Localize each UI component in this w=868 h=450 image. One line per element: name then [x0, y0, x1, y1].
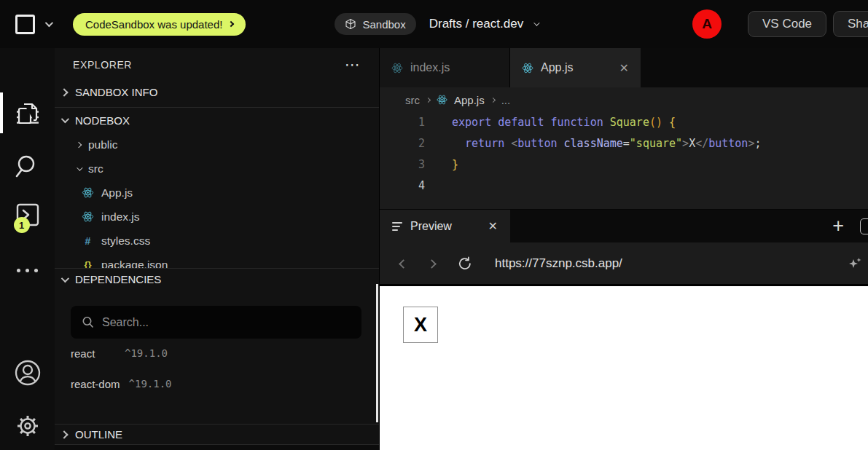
section-sandbox-info[interactable]: SANDBOX INFO	[55, 77, 379, 108]
tab-label: index.js	[410, 61, 450, 74]
explorer-view-button[interactable]	[0, 100, 55, 126]
share-button-label: Share	[848, 17, 868, 31]
chevron-down-icon	[77, 165, 82, 170]
css-file-icon: #	[82, 235, 94, 247]
code-text: export default function Square() {	[425, 112, 676, 133]
sidebar-bottom-strip	[55, 445, 379, 450]
code-text	[425, 175, 452, 197]
explorer-sidebar: EXPLORER ⋯ SANDBOX INFO NODEBOX public s…	[55, 48, 380, 450]
terminal-badge: 1	[14, 217, 30, 233]
tree-item-public[interactable]: public	[55, 133, 379, 157]
close-icon[interactable]: ✕	[488, 219, 498, 233]
dependency-search-input[interactable]	[102, 316, 351, 329]
tree-item-styles-css[interactable]: # styles.css	[55, 229, 379, 253]
line-number: 2	[380, 133, 425, 154]
tab-preview[interactable]: Preview ✕	[380, 210, 510, 242]
top-bar: CodeSandbox was updated! Sandbox Drafts …	[0, 0, 868, 48]
account-button[interactable]	[0, 359, 55, 387]
chevron-down-icon	[61, 115, 69, 123]
ellipsis-icon	[17, 269, 38, 272]
square-button-label: X	[414, 314, 427, 336]
file-label: index.js	[101, 210, 140, 224]
tree-item-index-js[interactable]: index.js	[55, 205, 379, 229]
sparkle-icon[interactable]	[847, 256, 863, 272]
tab-app-js[interactable]: App.js ✕	[510, 48, 641, 87]
dependency-search	[71, 306, 361, 339]
section-nodebox[interactable]: NODEBOX	[55, 108, 379, 133]
json-file-icon: {}	[82, 259, 94, 268]
chevron-right-icon	[228, 21, 234, 27]
tree-item-app-js[interactable]: App.js	[55, 181, 379, 205]
chevron-down-icon	[61, 274, 69, 282]
square-button[interactable]: X	[403, 307, 438, 343]
dependency-version: ^19.1.0	[125, 347, 168, 359]
preview-list-icon	[392, 222, 402, 231]
more-views-button[interactable]	[0, 269, 55, 272]
chevron-right-icon	[76, 141, 82, 147]
search-icon	[14, 153, 42, 181]
update-banner-label: CodeSandbox was updated!	[85, 18, 222, 31]
react-file-icon	[522, 63, 533, 74]
codesandbox-logo-icon[interactable]	[15, 15, 35, 34]
react-file-icon	[82, 187, 94, 198]
breadcrumb-folder: src	[405, 94, 420, 106]
tree-item-src[interactable]: src	[55, 157, 379, 181]
gear-icon	[14, 412, 42, 440]
sidebar-scrollbar[interactable]	[376, 284, 378, 422]
back-button[interactable]	[400, 257, 407, 270]
dependency-row-react[interactable]: react ^19.1.0	[55, 339, 379, 368]
activity-bar: 1	[0, 48, 55, 450]
file-label: App.js	[101, 186, 133, 200]
code-text: }	[425, 154, 458, 175]
code-editor[interactable]: 1 export default function Square() { 2 r…	[380, 112, 868, 209]
sandbox-badge[interactable]: Sandbox	[335, 13, 415, 35]
file-label: styles.css	[101, 234, 150, 248]
breadcrumb-file: App.js	[454, 94, 485, 106]
file-tree: public src App.js	[55, 133, 379, 268]
account-icon	[14, 359, 42, 387]
dependency-name: react-dom	[71, 378, 120, 390]
breadcrumb-more: ...	[501, 94, 511, 106]
file-label: package.json	[101, 258, 168, 269]
url-field[interactable]: https://77sznp.csb.app/	[495, 256, 622, 271]
close-icon[interactable]: ✕	[619, 61, 629, 75]
dependency-version: ^19.1.0	[129, 378, 172, 390]
refresh-icon[interactable]	[457, 256, 473, 272]
code-text: return <button className="square">X</but…	[425, 133, 761, 154]
workspace-chevron-down-icon[interactable]	[45, 19, 53, 27]
avatar-letter: A	[702, 16, 712, 32]
section-dependencies[interactable]: DEPENDENCIES	[55, 268, 379, 290]
forward-button[interactable]	[429, 257, 435, 270]
terminal-view-button[interactable]: 1	[0, 202, 55, 227]
line-number: 4	[380, 175, 425, 197]
section-outline[interactable]: OUTLINE	[55, 424, 379, 445]
code-line: 2 return <button className="square">X</b…	[380, 133, 868, 154]
search-view-button[interactable]	[0, 153, 55, 181]
line-number: 1	[380, 112, 425, 133]
dependency-name: react	[71, 347, 116, 360]
tree-item-package-json[interactable]: {} package.json	[55, 253, 379, 268]
breadcrumb[interactable]: src App.js ...	[380, 87, 868, 112]
dependency-row-react-dom[interactable]: react-dom ^19.1.0	[55, 368, 379, 400]
tab-label: Preview	[410, 220, 452, 233]
settings-button[interactable]	[0, 412, 55, 440]
code-line: 4	[380, 175, 868, 197]
tab-index-js[interactable]: index.js	[380, 48, 510, 87]
project-breadcrumb[interactable]: Drafts / react.dev	[429, 17, 538, 31]
section-label: NODEBOX	[75, 114, 130, 127]
share-button[interactable]: Share	[833, 11, 868, 37]
react-file-icon	[82, 211, 94, 222]
avatar[interactable]: A	[692, 9, 722, 39]
folder-label: src	[88, 162, 103, 175]
vscode-button[interactable]: VS Code	[748, 11, 826, 37]
explorer-more-icon[interactable]: ⋯	[345, 61, 361, 68]
section-label: OUTLINE	[75, 428, 122, 441]
section-label: SANDBOX INFO	[75, 86, 157, 98]
editor-tab-bar: index.js App.js ✕	[380, 48, 868, 87]
sidebar-title: EXPLORER	[73, 59, 132, 71]
update-banner[interactable]: CodeSandbox was updated!	[73, 13, 246, 36]
sandbox-badge-label: Sandbox	[362, 18, 405, 31]
add-preview-button[interactable]: +	[832, 216, 844, 236]
layout-icon[interactable]	[860, 218, 868, 234]
files-icon	[15, 100, 41, 126]
